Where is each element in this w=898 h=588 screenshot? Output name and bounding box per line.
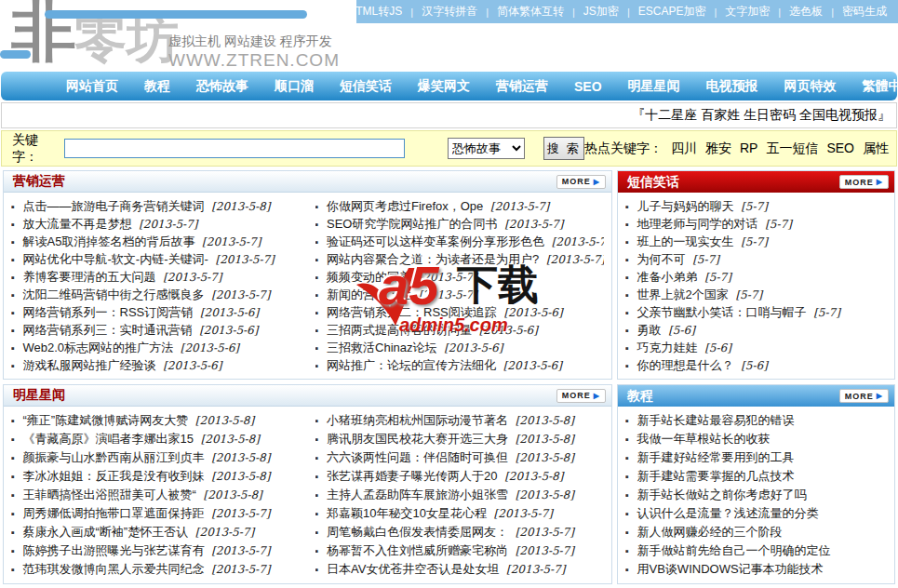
topbar-link[interactable]: HTML转JS [348, 4, 403, 20]
article-link[interactable]: 频频变动的国美 [327, 270, 411, 284]
nav-link[interactable]: 顺口溜 [261, 78, 327, 93]
article-link[interactable]: 网络营销系列一：RSS订阅营销 [23, 305, 194, 319]
article-link[interactable]: 网络营销系列二：RSS阅读追踪 [327, 305, 497, 319]
nav-link[interactable]: 恐怖故事 [183, 78, 261, 93]
nav-link[interactable]: 教程 [131, 78, 183, 93]
article-link[interactable]: 三招救活Chinaz论坛 [327, 341, 436, 354]
article-link[interactable]: 世界上就2个国家 [637, 287, 729, 301]
article-link[interactable]: 新手建站需要掌握的几点技术 [637, 469, 795, 483]
article-list-item: 新闻的营销：让 [2013-5-7] [315, 286, 605, 303]
hot-keyword-link[interactable]: 五一短信 [766, 140, 818, 155]
category-select[interactable]: 恐怖故事 [448, 138, 525, 159]
hot-keyword-link[interactable]: 属性 [863, 140, 889, 155]
article-link[interactable]: 李冰冰姐姐：反正我是没有收到妹 [23, 469, 205, 483]
article-link[interactable]: 日本AV女优苍井空否认是处女坦 [327, 562, 499, 576]
topbar-link[interactable]: 汉字转拼音 [422, 4, 477, 20]
subbar-links[interactable]: 『十二星座 百家姓 生日密码 全国电视预报』 [632, 107, 891, 124]
article-link[interactable]: 你做网页考虑过Firefox，Ope [327, 199, 483, 213]
nav-link[interactable]: 明星星闻 [615, 78, 693, 93]
article-link[interactable]: 游戏私服网站推广经验谈 [23, 358, 156, 372]
article-link[interactable]: 周秀娜低调拍拖带口罩遮面保持距 [23, 506, 205, 520]
article-link[interactable]: 杨幂暂不入住刘恺威所赠豪宅称尚 [327, 543, 508, 557]
article-link[interactable]: 养博客要理清的五大问题 [23, 270, 156, 284]
nav-link[interactable]: 网站首页 [53, 78, 131, 93]
more-link[interactable]: MORE [839, 175, 889, 189]
article-link[interactable]: 巧克力娃娃 [637, 341, 698, 354]
topbar-link[interactable]: 密码生成 [842, 4, 887, 20]
article-link[interactable]: 你的理想是什么？ [637, 358, 734, 372]
site-logo[interactable]: 非 零坊 虚拟主机 网站建设 程序开发 WWW.ZTREN.COM [0, 0, 354, 72]
article-link[interactable]: 王菲晒搞怪出浴照甜美可人被赞“ [23, 488, 196, 501]
topbar-link[interactable]: JS加密 [583, 4, 619, 20]
article-link[interactable]: 新闻的营销：让 [327, 287, 411, 301]
article-link[interactable]: 用VB谈WINDOWS记事本功能技术 [637, 562, 824, 576]
article-link[interactable]: 网站优化中导航-软文-内链-关键词- [23, 252, 208, 266]
nav-link[interactable]: 爆笑网文 [405, 78, 483, 93]
article-link[interactable]: 放大流量不再是梦想 [23, 217, 132, 231]
hot-keyword-link[interactable]: 雅安 [705, 140, 731, 155]
article-link[interactable]: 网站推广：论坛的宣传方法细化 [327, 358, 496, 372]
article-link[interactable]: 新手建好站经常要用到的工具 [637, 450, 795, 464]
article-link[interactable]: 范玮琪发微博向黑人示爱共同纪念 [23, 562, 205, 576]
article-link[interactable]: 网络营销系列三：实时通讯营销 [23, 323, 193, 337]
more-link[interactable]: MORE [556, 175, 606, 189]
topbar-link[interactable]: 文字加密 [725, 4, 770, 20]
more-link[interactable]: MORE [839, 389, 889, 403]
topbar-link[interactable]: 选色板 [789, 4, 823, 20]
topbar-link-item: HTML转JS [348, 4, 403, 20]
article-link[interactable]: 地理老师与同学的对话 [637, 217, 758, 231]
article-link[interactable]: 准备小弟弟 [637, 270, 698, 284]
article-link[interactable]: 新人做网赚必经的三个阶段 [637, 525, 783, 539]
article-link[interactable]: 勇敢 [637, 323, 662, 337]
article-link[interactable]: 郑嘉颖10年秘交10女星花心程 [327, 506, 487, 520]
article-link[interactable]: SEO研究学院网站推广的合同书 [327, 217, 497, 231]
article-link[interactable]: 认识什么是流量？浅述流量的分类 [637, 506, 819, 520]
article-link[interactable]: 我做一年草根站长的收获 [637, 432, 771, 446]
nav-item: 网页特效 [771, 77, 850, 95]
article-date: [2013-5-8] [211, 451, 270, 464]
article-link[interactable]: 陈婷携子出游照曝光与张艺谋育有 [23, 543, 205, 557]
more-link[interactable]: MORE [556, 389, 606, 403]
article-link[interactable]: 点击——旅游电子商务营销关键词 [23, 199, 205, 213]
article-link[interactable]: Web2.0标志网站的推广方法 [23, 341, 174, 354]
hot-keyword-link[interactable]: RP [740, 140, 757, 155]
article-link[interactable]: 新手站长做站之前你考虑好了吗 [637, 488, 807, 501]
article-link[interactable]: 腾讯朋友国民校花大赛开选三大身 [327, 432, 508, 446]
nav-link[interactable]: 营销运营 [483, 78, 561, 93]
hot-keyword-link[interactable]: SEO [826, 140, 854, 155]
article-link[interactable]: 新手站长建站最容易犯的错误 [637, 413, 795, 427]
search-button[interactable]: 搜 索 [543, 137, 584, 160]
article-link[interactable]: 《青藏高原》演唱者李娜出家15 [23, 432, 194, 446]
article-link[interactable]: 儿子与妈妈的聊天 [637, 199, 734, 213]
nav-link[interactable]: 短信笑话 [327, 78, 405, 93]
nav-link[interactable]: SEO [561, 79, 615, 94]
article-link[interactable]: 新手做站前先给自己一个明确的定位 [637, 543, 831, 557]
article-list-item: 网站优化中导航-软文-内链-关键词- [2013-5-7] [11, 250, 301, 268]
nav-link[interactable]: 电视预报 [693, 78, 771, 93]
hot-keyword-link[interactable]: 四川 [671, 140, 697, 155]
article-link[interactable]: 父亲节幽默小笑话：口哨与帽子 [637, 305, 807, 319]
search-input[interactable] [64, 139, 405, 158]
article-link[interactable]: 主持人孟磊助阵车展旅游小姐张雪 [327, 488, 508, 501]
article-link[interactable]: 蔡康永入画成“断袖”楚怀王否认 [23, 525, 189, 539]
article-link[interactable]: 三招两式提高博客的访问量 [327, 323, 472, 337]
article-link[interactable]: 张艺谋再婚妻子曝光传两人于20 [327, 469, 497, 483]
article-link[interactable]: 颜振豪与山水黔西南从丽江到贞丰 [23, 450, 205, 464]
nav-link[interactable]: 繁體中文 [850, 78, 898, 93]
article-link[interactable]: 为何不可 [637, 252, 686, 266]
article-list-item: 勇敢 [5-6] [625, 321, 887, 339]
article-link[interactable]: 解读A5取消掉签名档的背后故事 [23, 234, 195, 248]
section-title: 营销运营 [13, 173, 65, 190]
article-link[interactable]: 验证码还可以这样变革案例分享形形色色 [327, 234, 544, 248]
nav-link[interactable]: 网页特效 [771, 78, 850, 93]
topbar-link[interactable]: 简体繁体互转 [497, 4, 564, 20]
article-link[interactable]: 六六谈两性问题：伴侣随时可换但 [327, 450, 508, 464]
article-link[interactable]: “雍正”陈建斌微博赋诗网友大赞 [23, 413, 189, 427]
article-link[interactable]: 班上的一现实女生 [637, 234, 734, 248]
article-link[interactable]: 周笔畅戴白色假发表情委屈网友： [327, 525, 508, 539]
topbar-link[interactable]: ESCAPE加密 [638, 4, 706, 20]
article-list: 儿子与妈妈的聊天 [5-7] 地理老师与同学的对话 [5-7] 班上的一现实女生… [618, 193, 894, 379]
article-link[interactable]: 网站内容聚合之道：为读者还是为用户? [327, 252, 539, 266]
article-link[interactable]: 小猪班纳亮相杭州国际动漫节著名 [327, 413, 508, 427]
article-link[interactable]: 沈阳二维码营销中街之行感慨良多 [23, 287, 205, 301]
